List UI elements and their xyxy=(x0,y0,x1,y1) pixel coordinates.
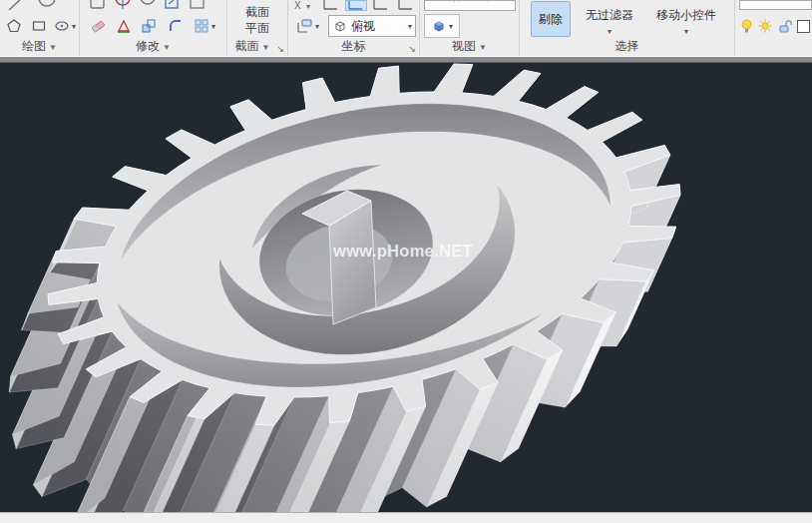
layer-unlock-button[interactable] xyxy=(775,14,793,38)
gear-3d-model xyxy=(0,63,812,512)
circle-mod-icon[interactable] xyxy=(138,0,158,11)
ucs-world-icon[interactable]: X▾ xyxy=(291,0,317,11)
svg-text:X: X xyxy=(294,0,301,11)
command-line-strip[interactable] xyxy=(0,512,812,523)
modify-tool-icon[interactable] xyxy=(88,0,108,11)
line-tool-icon[interactable] xyxy=(6,0,26,11)
chevron-down-icon: ▼ xyxy=(479,43,487,52)
rectangle-button[interactable] xyxy=(27,14,51,38)
rectangle-icon xyxy=(31,18,47,34)
ucs-view-icon[interactable] xyxy=(370,0,392,11)
color-swatch-icon xyxy=(796,19,811,34)
section-plane-button[interactable]: 截面 平面 xyxy=(231,1,283,39)
gizmo-dropdown[interactable]: 移动小控件 ▾ xyxy=(646,7,726,36)
drawing-viewport[interactable]: www.pHome.NET xyxy=(0,63,812,512)
fillet-button[interactable] xyxy=(164,14,188,38)
3d-align-button[interactable] xyxy=(112,14,136,38)
svg-text:▾: ▾ xyxy=(306,2,310,11)
chevron-down-icon: ▾ xyxy=(684,27,688,36)
panel-label-view[interactable]: 视图▼ xyxy=(420,38,519,55)
unlock-icon xyxy=(776,18,792,34)
ribbon: ▾ 绘图▼ ▾ xyxy=(0,0,812,56)
panel-draw: ▾ 绘图▼ xyxy=(0,0,80,56)
circle-tool-icon[interactable] xyxy=(36,0,58,11)
3d-scale-button[interactable] xyxy=(137,14,161,38)
panel-view: 未保存的视图 ▾ ▾ 视图▼ xyxy=(420,0,520,56)
visual-style-button[interactable]: ▾ xyxy=(424,14,460,38)
layer-state-combo[interactable]: 未保存的图层状态 xyxy=(739,0,812,10)
shaded-cube-icon xyxy=(431,18,447,34)
3d-align-icon xyxy=(116,18,132,34)
chevron-down-icon: ▾ xyxy=(449,22,453,31)
3d-mirror-icon[interactable] xyxy=(113,0,133,11)
panel-launcher-icon[interactable]: ↘ xyxy=(276,45,284,54)
layer-color-button[interactable] xyxy=(794,14,812,38)
ucs-button[interactable]: ▾ xyxy=(291,14,323,38)
layer-thaw-button[interactable] xyxy=(756,14,774,38)
ucs-rect-icon xyxy=(295,18,313,34)
eraser-icon xyxy=(89,17,107,35)
panel-coords: X▾ ▾ 俯视 ▾ 坐标 ↘ xyxy=(288,0,420,56)
chevron-down-icon: ▼ xyxy=(163,43,171,52)
filter-dropdown[interactable]: 无过滤器 ▾ xyxy=(575,7,644,36)
ucs-origin-icon[interactable] xyxy=(395,0,417,11)
polygon-icon xyxy=(6,18,22,34)
chevron-down-icon: ▾ xyxy=(507,0,511,1)
chevron-down-icon: ▾ xyxy=(211,22,215,31)
watermark: www.pHome.NET xyxy=(333,242,473,261)
erase-button[interactable] xyxy=(86,14,110,38)
ribbon-edge-divider xyxy=(0,56,812,63)
panel-layers: 未保存的图层状态 xyxy=(735,0,812,56)
panel-modify: ▾ 修改▼ xyxy=(80,0,227,56)
sun-icon xyxy=(757,18,773,34)
ucs-icon[interactable] xyxy=(320,0,342,11)
cube-icon xyxy=(332,18,348,34)
chevron-down-icon: ▼ xyxy=(49,43,57,52)
chevron-down-icon: ▾ xyxy=(315,22,319,31)
rect-mod-icon[interactable] xyxy=(188,0,207,11)
panel-label-selection: 选择 xyxy=(520,38,734,55)
chevron-down-icon: ▾ xyxy=(608,27,611,36)
cull-toggle-button[interactable]: 剔除 xyxy=(531,1,571,37)
panel-launcher-icon[interactable]: ↘ xyxy=(408,45,416,54)
ucs-z-icon[interactable] xyxy=(345,0,367,11)
ellipse-button[interactable]: ▾ xyxy=(52,14,78,38)
move-box-icon[interactable] xyxy=(163,0,183,11)
view-icon xyxy=(427,0,439,3)
lightbulb-icon xyxy=(739,18,754,34)
3d-scale-icon xyxy=(141,18,157,34)
panel-section: 截面 平面 截面▼ ↘ xyxy=(227,0,288,56)
panel-label-coords: 坐标 xyxy=(288,38,419,55)
polygon-button[interactable] xyxy=(2,14,26,38)
named-view-combo[interactable]: 未保存的视图 ▾ xyxy=(424,0,516,11)
panel-selection: 剔除 无过滤器 ▾ 移动小控件 ▾ 选择 xyxy=(520,0,735,56)
chevron-down-icon: ▾ xyxy=(408,22,412,31)
panel-label-draw[interactable]: 绘图▼ xyxy=(0,38,79,55)
layer-on-button[interactable] xyxy=(737,14,755,38)
ellipse-icon xyxy=(54,18,70,34)
array-button[interactable]: ▾ xyxy=(190,14,219,38)
panel-label-modify[interactable]: 修改▼ xyxy=(80,38,226,55)
chevron-down-icon: ▼ xyxy=(262,43,270,52)
chevron-down-icon: ▾ xyxy=(72,22,76,31)
array-icon xyxy=(194,18,209,34)
fillet-icon xyxy=(168,18,184,34)
view-direction-combo[interactable]: 俯视 ▾ xyxy=(328,15,416,37)
